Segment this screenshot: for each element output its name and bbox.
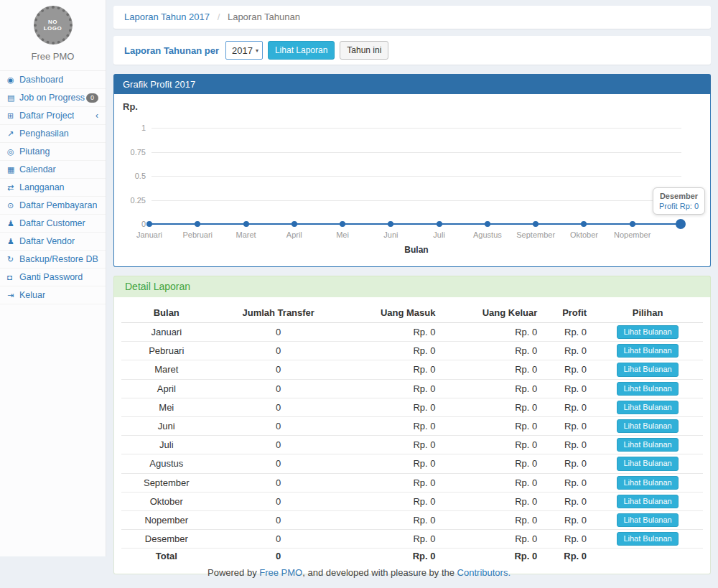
sidebar-item-label: Piutang [19, 146, 50, 157]
repeat-icon: ⇄ [7, 183, 19, 192]
lihat-bulanan-button[interactable]: Lihat Bulanan [617, 382, 678, 396]
lihat-bulanan-button[interactable]: Lihat Bulanan [617, 325, 678, 339]
cell-bulan: Nopember [121, 510, 212, 529]
sidebar-item-daftar-pembayaran[interactable]: ⊙Daftar Pembayaran [0, 197, 106, 215]
sidebar-item-label: Backup/Restore DB [19, 254, 98, 264]
chart-gridline [151, 128, 681, 129]
x-axis-tick: Juni [365, 230, 416, 239]
lihat-laporan-button[interactable]: Lihat Laporan [268, 41, 335, 60]
breadcrumb-link[interactable]: Laporan Tahun 2017 [124, 11, 210, 22]
contributors-link[interactable]: Contributors. [457, 567, 510, 578]
x-axis-tick: Pebruari [172, 230, 223, 239]
lihat-bulanan-button[interactable]: Lihat Bulanan [617, 363, 678, 376]
x-axis-tick: Juli [414, 230, 465, 239]
data-point-oktober[interactable] [581, 221, 587, 227]
cell-pilihan: Lihat Bulanan [592, 416, 703, 435]
table-icon: ⊞ [7, 111, 19, 121]
sidebar-item-daftar-vendor[interactable]: ♟Daftar Vendor [0, 233, 106, 251]
profit-chart-canvas[interactable]: Rp. Desember Profit Rp: 0 Bulan 00.250.5… [113, 94, 711, 267]
detail-report-title: Detail Laporan [113, 276, 711, 297]
footer-text-middle: , and developed with pleasure by the [302, 567, 457, 578]
tasks-icon: ▤ [7, 93, 19, 103]
sidebar-item-label: Penghasilan [19, 129, 69, 139]
cell-bulan: Agustus [121, 454, 212, 473]
sidebar-item-penghasilan[interactable]: ↗Penghasilan [0, 125, 106, 143]
chart-panel-title: Grafik Profit 2017 [113, 74, 711, 94]
data-point-mei[interactable] [340, 221, 345, 227]
sidebar-item-daftar-customer[interactable]: ♟Daftar Customer [0, 215, 106, 233]
lihat-bulanan-button[interactable]: Lihat Bulanan [617, 419, 678, 433]
table-row: Pebruari0Rp. 0Rp. 0Rp. 0Lihat Bulanan [121, 342, 703, 360]
no-logo-badge: NO LOGO [34, 6, 73, 45]
data-point-september[interactable] [533, 221, 538, 227]
cell-uang-keluar: Rp. 0 [441, 323, 543, 342]
refresh-icon: ↻ [7, 255, 19, 264]
data-point-maret[interactable] [243, 221, 249, 227]
free-pmo-link[interactable]: Free PMO [259, 567, 302, 578]
data-point-desember[interactable] [676, 219, 686, 229]
data-point-juli[interactable] [437, 221, 442, 227]
cell-pilihan: Lihat Bulanan [592, 436, 703, 454]
table-row: Maret0Rp. 0Rp. 0Rp. 0Lihat Bulanan [121, 360, 703, 379]
detail-report-body: BulanJumlah TransferUang MasukUang Kelua… [113, 297, 711, 574]
total-cell-pilihan [592, 549, 703, 564]
column-header-jumlah-transfer: Jumlah Transfer [212, 303, 345, 323]
lihat-bulanan-button[interactable]: Lihat Bulanan [617, 532, 678, 546]
sidebar-item-backup-restore-db[interactable]: ↻Backup/Restore DB [0, 251, 106, 269]
data-point-januari[interactable] [146, 221, 152, 227]
lihat-bulanan-button[interactable]: Lihat Bulanan [617, 513, 678, 527]
sign-out-icon: ⇥ [7, 291, 19, 300]
sidebar-item-langganan[interactable]: ⇄Langganan [0, 179, 106, 197]
cell-bulan: Maret [121, 360, 212, 379]
sidebar-item-piutang[interactable]: ◎Piutang [0, 143, 106, 161]
logo-area: NO LOGO Free PMO [0, 0, 106, 71]
sidebar-item-ganti-password[interactable]: ◘Ganti Password [0, 269, 106, 286]
dashboard-icon: ◉ [7, 75, 19, 85]
data-point-juni[interactable] [388, 221, 393, 227]
y-axis-title: Rp. [123, 101, 138, 112]
users-icon: ♟ [7, 219, 19, 228]
sidebar-item-job-on-progress[interactable]: ▤Job on Progress0 [0, 89, 106, 107]
chart-gridline [151, 200, 681, 201]
profit-chart-panel: Grafik Profit 2017 Rp. Desember Profit R… [113, 74, 711, 267]
lihat-bulanan-button[interactable]: Lihat Bulanan [617, 438, 678, 452]
lihat-bulanan-button[interactable]: Lihat Bulanan [617, 476, 678, 490]
data-point-nopember[interactable] [630, 221, 635, 227]
lihat-bulanan-button[interactable]: Lihat Bulanan [617, 495, 678, 508]
cell-uang-keluar: Rp. 0 [441, 473, 543, 492]
lihat-bulanan-button[interactable]: Lihat Bulanan [617, 401, 678, 414]
total-cell-uang-masuk: Rp. 0 [345, 549, 442, 564]
lihat-bulanan-button[interactable]: Lihat Bulanan [617, 344, 678, 358]
sidebar-item-dashboard[interactable]: ◉Dashboard [0, 71, 106, 89]
cell-uang-masuk: Rp. 0 [345, 379, 442, 398]
cell-bulan: September [121, 473, 212, 492]
year-select[interactable]: 2017 ▾ [225, 41, 263, 60]
cell-uang-keluar: Rp. 0 [441, 530, 543, 549]
cell-uang-masuk: Rp. 0 [345, 436, 442, 454]
breadcrumb: Laporan Tahun 2017 / Laporan Tahunan [113, 6, 711, 29]
year-select-value: 2017 [232, 45, 253, 56]
logo-text-line2: LOGO [44, 25, 62, 32]
cell-profit: Rp. 0 [543, 510, 592, 529]
cell-uang-keluar: Rp. 0 [441, 454, 543, 473]
chart-tooltip: Desember Profit Rp: 0 [653, 187, 705, 215]
data-point-april[interactable] [292, 221, 297, 227]
brand-name: Free PMO [0, 51, 106, 62]
sidebar-item-daftar-project[interactable]: ⊞Daftar Project‹ [0, 107, 106, 125]
sidebar-menu: ◉Dashboard▤Job on Progress0⊞Daftar Proje… [0, 71, 106, 304]
table-row: September0Rp. 0Rp. 0Rp. 0Lihat Bulanan [121, 473, 703, 492]
lihat-bulanan-button[interactable]: Lihat Bulanan [617, 457, 678, 470]
report-controls: Laporan Tahunan per 2017 ▾ Lihat Laporan… [113, 36, 711, 65]
data-point-pebruari[interactable] [195, 221, 200, 227]
cell-profit: Rp. 0 [543, 473, 592, 492]
breadcrumb-separator: / [218, 11, 220, 22]
cell-uang-masuk: Rp. 0 [345, 492, 442, 510]
tahun-ini-button[interactable]: Tahun ini [340, 41, 388, 60]
x-axis-tick: September [510, 230, 561, 239]
y-axis-tick: 1 [114, 123, 146, 132]
sidebar-item-keluar[interactable]: ⇥Keluar [0, 286, 106, 304]
data-point-agustus[interactable] [485, 221, 490, 227]
cell-profit: Rp. 0 [543, 323, 592, 342]
sidebar-item-calendar[interactable]: ▦Calendar [0, 161, 106, 179]
cell-jumlah-transfer: 0 [212, 323, 345, 342]
